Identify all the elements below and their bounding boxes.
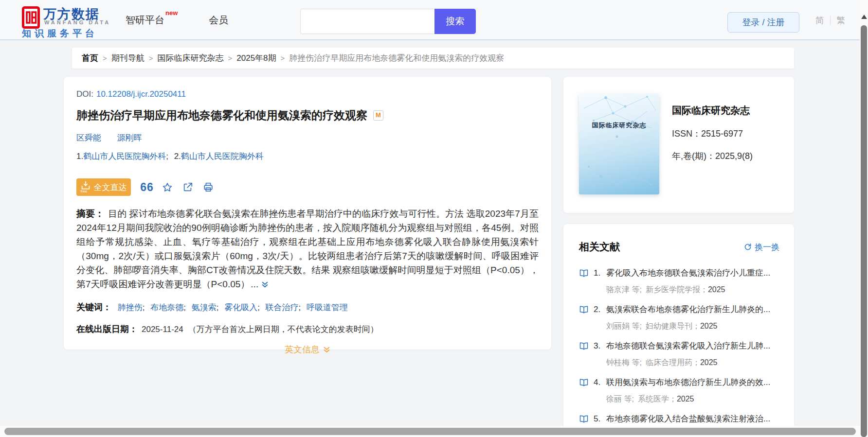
related-section-title: 相关文献: [579, 241, 620, 253]
breadcrumb-segment: 肺挫伤治疗早期应用布地奈德雾化和使用氨溴索的疗效观察: [289, 52, 504, 64]
doi-label: DOI:: [76, 89, 93, 99]
related-article-item[interactable]: 4. 联用氨溴索与布地奈德治疗新生儿肺炎的效... 徐丽 等;系统医学；2025: [579, 377, 779, 404]
affiliation-link[interactable]: 鹤山市人民医院胸外科: [83, 152, 166, 161]
related-article-item[interactable]: 2. 氨溴索联合布地奈德雾化治疗新生儿肺炎的... 刘丽娟 等;妇幼健康导刊；2…: [579, 304, 779, 331]
keyword-separator: ;: [183, 303, 186, 312]
search-bar: 搜索: [300, 9, 476, 34]
search-input[interactable]: [300, 9, 434, 34]
related-article-meta: 徐丽 等;系统医学；2025: [606, 394, 779, 404]
breadcrumb-item[interactable]: 2025年8期: [236, 52, 276, 64]
nav-item[interactable]: 会员: [209, 14, 228, 27]
author-link[interactable]: 区舜能: [76, 133, 101, 142]
article-title: 肺挫伤治疗早期应用布地奈德雾化和使用氨溴索的疗效观察: [76, 107, 367, 123]
wanfang-logo-icon: [22, 6, 40, 29]
pubdate-value: 2025-11-24: [142, 325, 183, 334]
abstract: 摘要：目的 探讨布地奈德雾化联合氨溴索在肺挫伤患者早期治疗中的临床疗效与可行性。…: [76, 207, 539, 291]
related-articles-card: 相关文献 换一换 1. 雾化吸入布地奈德联合氨溴索治疗小儿重症... 骆京津 等…: [563, 224, 794, 426]
related-article-item[interactable]: 1. 雾化吸入布地奈德联合氨溴索治疗小儿重症... 骆京津 等;新乡医学院学报；…: [579, 267, 779, 295]
keyword-link[interactable]: 布地奈德: [150, 303, 183, 312]
english-info-toggle[interactable]: 英文信息: [76, 343, 539, 356]
related-article-number: 3.: [594, 340, 606, 367]
breadcrumb-item[interactable]: 期刊导航: [111, 52, 145, 64]
abstract-text: 目的 探讨布地奈德雾化联合氨溴索在肺挫伤患者早期治疗中的临床疗效与可行性。方法 …: [76, 209, 539, 289]
cover-network-decoration: [579, 94, 659, 194]
lang-simplified[interactable]: 简: [815, 15, 824, 26]
related-article-year: 2025: [708, 285, 725, 294]
related-list: 1. 雾化吸入布地奈德联合氨溴索治疗小儿重症... 骆京津 等;新乡医学院学报；…: [579, 267, 779, 426]
refresh-icon: [744, 243, 752, 251]
related-article-item[interactable]: 5. 布地奈德雾化吸入结合盐酸氨溴索注射液治...: [579, 413, 779, 426]
favorite-star-icon[interactable]: [162, 181, 173, 193]
related-article-authors: 钟桂梅 等;: [606, 358, 642, 367]
related-article-title[interactable]: 布地奈德雾化吸入结合盐酸氨溴索注射液治...: [606, 413, 779, 425]
keyword-link[interactable]: 呼吸道管理: [307, 303, 348, 312]
breadcrumb-separator: >: [149, 54, 153, 62]
related-article-title[interactable]: 布地奈德联合氨溴索雾化吸入治疗新生儿肺...: [606, 340, 779, 352]
search-button[interactable]: 搜索: [434, 9, 476, 34]
related-article-meta: 骆京津 等;新乡医学院学报；2025: [606, 284, 779, 295]
pubdate-note: （万方平台首次上网日期，不代表论文的发表时间）: [188, 325, 379, 334]
breadcrumb-item[interactable]: 国际临床研究杂志: [158, 52, 224, 64]
lang-traditional[interactable]: 繁: [836, 15, 845, 26]
related-article-title[interactable]: 雾化吸入布地奈德联合氨溴索治疗小儿重症...: [606, 267, 779, 279]
pubdate-label: 在线出版日期：: [76, 324, 138, 334]
keyword-link[interactable]: 雾化吸入: [224, 303, 257, 312]
expand-abstract-icon[interactable]: [261, 281, 269, 288]
refresh-related-button[interactable]: 换一换: [744, 242, 779, 253]
related-article-title[interactable]: 联用氨溴索与布地奈德治疗新生儿肺炎的效...: [606, 377, 779, 388]
quote-glyph: 66: [140, 181, 154, 193]
affiliation: 1.鹤山市人民医院胸外科;: [76, 152, 172, 161]
related-article-journal: 系统医学；: [638, 395, 677, 403]
chevron-double-down-icon: [323, 346, 330, 353]
cite-quote-icon[interactable]: 66: [142, 181, 152, 193]
breadcrumb-separator: >: [228, 54, 233, 62]
vertical-scrollbar-thumb[interactable]: [861, 25, 867, 437]
keyword-link[interactable]: 联合治疗: [266, 303, 299, 312]
volume-label: 年,卷(期)：: [672, 151, 715, 161]
breadcrumb-item[interactable]: 首页: [82, 52, 98, 64]
book-icon: [579, 340, 589, 352]
journal-cover[interactable]: 国际临床研究杂志: [579, 94, 659, 194]
affiliation-link[interactable]: 鹤山市人民医院胸外科: [181, 152, 264, 161]
book-icon: [579, 267, 589, 279]
breadcrumb-segment: 国际临床研究杂志>: [158, 52, 233, 64]
article-card: DOI:10.12208/j.ijcr.20250411 肺挫伤治疗早期应用布地…: [64, 77, 551, 350]
abstract-ellipsis: ...: [251, 279, 258, 289]
keyword-separator: ;: [257, 303, 260, 312]
print-icon[interactable]: [203, 181, 214, 193]
keyword-link[interactable]: 氨溴索: [192, 303, 217, 312]
author-link[interactable]: 源刚晖: [117, 133, 142, 142]
related-article-item[interactable]: 3. 布地奈德联合氨溴索雾化吸入治疗新生儿肺... 钟桂梅 等;临床合理用药；2…: [579, 340, 779, 367]
related-article-authors: 刘丽娟 等;: [606, 322, 642, 330]
fulltext-button[interactable]: free 全文直达: [76, 178, 131, 196]
site-logo[interactable]: 万方数据 WANFANG DATA 知识服务平台: [22, 5, 134, 36]
keyword: 布地奈德;: [150, 303, 189, 312]
related-article-title[interactable]: 氨溴索联合布地奈德雾化治疗新生儿肺炎的...: [606, 304, 779, 315]
authors-row: 区舜能 源刚晖: [76, 132, 539, 144]
share-icon[interactable]: [182, 181, 193, 193]
abstract-label: 摘要：: [76, 209, 104, 219]
affiliations-row: 1.鹤山市人民医院胸外科; 2.鹤山市人民医院胸外科: [76, 151, 539, 162]
horizontal-scrollbar: [0, 426, 868, 437]
related-header: 相关文献 换一换: [579, 241, 779, 253]
keywords-list: 肺挫伤; 布地奈德; 氨溴索; 雾化吸入; 联合治疗; 呼吸道管理: [115, 303, 348, 312]
related-article-number: 1.: [594, 267, 606, 295]
keyword-separator: ;: [299, 303, 301, 312]
language-switch: 简 繁: [815, 0, 845, 40]
pubdate-row: 在线出版日期：2025-11-24（万方平台首次上网日期，不代表论文的发表时间）: [76, 323, 539, 336]
scroll-up-arrow[interactable]: [861, 15, 867, 19]
affiliation-number: 1.: [76, 152, 83, 161]
doi-link[interactable]: 10.12208/j.ijcr.20250411: [96, 89, 186, 99]
journal-volume-row: 年,卷(期)：2025,9(8): [672, 150, 753, 162]
journal-name[interactable]: 国际临床研究杂志: [672, 104, 753, 117]
nav-item[interactable]: 智研平台new: [126, 14, 178, 27]
breadcrumb: 首页> 期刊导航> 国际临床研究杂志> 2025年8期> 肺挫伤治疗早期应用布地…: [72, 48, 794, 69]
keywords-row: 关键词： 肺挫伤; 布地奈德; 氨溴索; 雾化吸入; 联合治疗; 呼吸道管理: [76, 301, 539, 314]
breadcrumb-item[interactable]: 肺挫伤治疗早期应用布地奈德雾化和使用氨溴索的疗效观察: [289, 52, 504, 64]
horizontal-scrollbar-thumb[interactable]: [4, 428, 856, 435]
keyword-link[interactable]: 肺挫伤: [118, 303, 143, 312]
english-info-label: 英文信息: [285, 343, 320, 356]
login-register-button[interactable]: 登录 / 注册: [727, 12, 799, 33]
related-article-number: 2.: [594, 304, 606, 331]
main-nav: 智研平台new 会员: [126, 0, 228, 40]
